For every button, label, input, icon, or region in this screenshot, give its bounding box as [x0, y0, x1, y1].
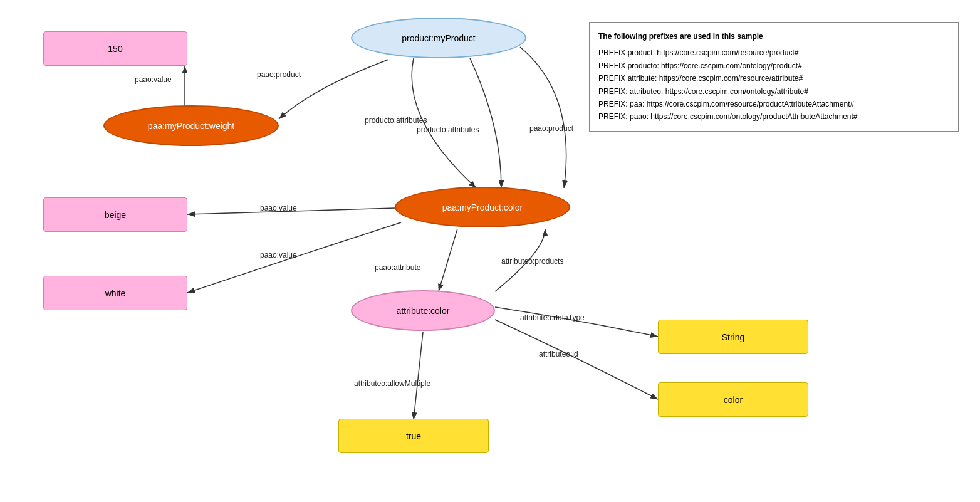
node-product: product:myProduct [351, 18, 526, 58]
node-150: 150 [43, 31, 187, 66]
edge-label-attributeo-products: attributeo:products [501, 257, 563, 266]
edge-label-paao-value-beige: paao:value [260, 204, 297, 212]
node-weight: paa:myProduct:weight [103, 105, 279, 146]
edge-label-paao-product-right: paao:product [529, 124, 573, 133]
edge-label-attributeo-datatype: attributeo:dataType [520, 313, 585, 322]
edge-label-paao-value-weight: paao:value [135, 75, 172, 84]
edge-label-paao-value-white: paao:value [260, 251, 297, 259]
node-color-val: color [658, 382, 808, 417]
info-box-title: The following prefixes are used in this … [598, 30, 949, 43]
node-white: white [43, 276, 187, 310]
info-box-lines: PREFIX product: https://core.cscpim.com/… [598, 46, 949, 123]
info-line-5: PREFIX: paa: https://core.cscpim.com/res… [598, 98, 949, 110]
diagram: 150 paa:myProduct:weight product:myProdu… [0, 0, 980, 502]
node-true: true [338, 419, 489, 453]
edge-label-attributeo-id: attributeo:id [539, 350, 578, 358]
edge-label-producto-attrs-left: producto:attributes [365, 116, 427, 125]
edge-label-paao-product-left: paao:product [257, 70, 301, 79]
node-beige: beige [43, 197, 187, 232]
svg-line-4 [414, 332, 423, 420]
node-attribute-color: attribute:color [351, 290, 495, 331]
info-box: The following prefixes are used in this … [589, 22, 959, 132]
edge-label-producto-attrs-right: producto:attributes [417, 125, 479, 134]
info-line-2: PREFIX producto: https://core.cscpim.com… [598, 60, 949, 72]
svg-line-3 [439, 229, 457, 291]
info-line-3: PREFIX attribute: https://core.cscpim.co… [598, 72, 949, 85]
info-line-1: PREFIX product: https://core.cscpim.com/… [598, 46, 949, 59]
edge-label-attributeo-allowmultiple: attributeo:allowMultiple [354, 379, 430, 388]
info-line-4: PREFIX: attributeo: https://core.cscpim.… [598, 85, 949, 98]
edge-label-paao-attribute: paao:attribute [375, 263, 420, 272]
node-string: String [658, 320, 808, 354]
info-line-6: PREFIX: paao: https://core.cscpim.com/on… [598, 110, 949, 123]
node-color-paa: paa:myProduct:color [395, 187, 570, 227]
